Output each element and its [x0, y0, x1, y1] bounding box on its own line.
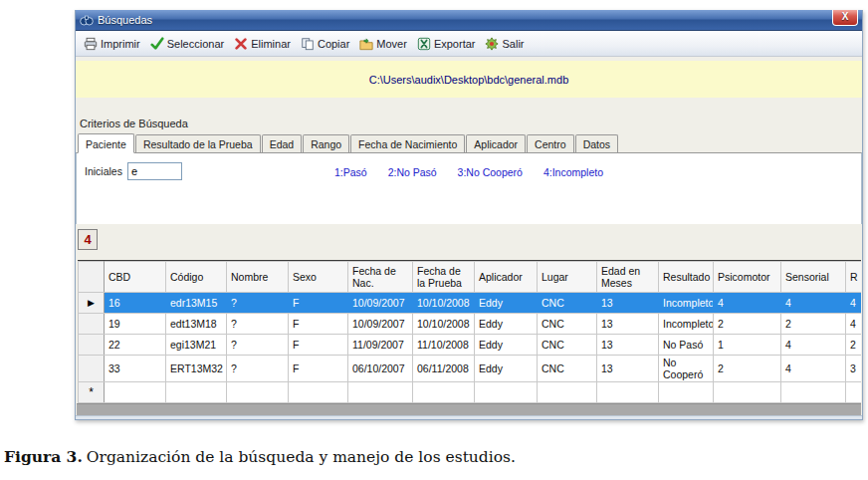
cell-empty[interactable]: [597, 382, 659, 403]
table-row[interactable]: 22 egi13M21 ? F 11/09/2007 11/10/2008 Ed…: [79, 335, 862, 356]
table-row[interactable]: ▶ 16 edr13M15 ? F 10/09/2007 10/10/2008 …: [79, 293, 862, 314]
col-header-r-cut[interactable]: R: [846, 262, 862, 293]
col-header-fecha-nac[interactable]: Fecha de Nac.: [348, 262, 413, 293]
cell-fecha-nac[interactable]: 10/09/2007: [348, 293, 413, 314]
cell-edad-meses[interactable]: 13: [597, 314, 659, 335]
cell-empty[interactable]: [659, 382, 714, 403]
cell-psicomotor[interactable]: 4: [714, 293, 781, 314]
row-marker-cell[interactable]: [79, 314, 105, 335]
cell-sexo[interactable]: F: [289, 314, 348, 335]
cell-r-cut[interactable]: 4: [846, 293, 862, 314]
cell-fecha-prueba[interactable]: 06/11/2008: [413, 356, 475, 382]
cell-empty[interactable]: [413, 382, 475, 403]
col-header-sexo[interactable]: Sexo: [289, 262, 348, 293]
cell-psicomotor[interactable]: 2: [714, 314, 781, 335]
seleccionar-button[interactable]: Seleccionar: [145, 35, 229, 53]
cell-sexo[interactable]: F: [289, 335, 348, 356]
tab-centro[interactable]: Centro: [527, 134, 574, 152]
cell-fecha-nac[interactable]: 06/10/2007: [348, 356, 413, 382]
tab-aplicador[interactable]: Aplicador: [466, 134, 526, 152]
cell-sensorial[interactable]: 2: [781, 314, 846, 335]
col-header-fecha-prueba[interactable]: Fecha de la Prueba: [413, 262, 475, 293]
col-header-nombre[interactable]: Nombre: [227, 262, 289, 293]
cell-psicomotor[interactable]: 1: [714, 335, 781, 356]
table-row[interactable]: 33 ERT13M32 ? F 06/10/2007 06/11/2008 Ed…: [79, 356, 862, 382]
cell-r-cut[interactable]: 4: [846, 314, 862, 335]
cell-lugar[interactable]: CNC: [538, 356, 597, 382]
cell-sensorial[interactable]: 4: [781, 293, 846, 314]
cell-resultado[interactable]: Incompleto: [659, 293, 714, 314]
salir-button[interactable]: Salir: [480, 35, 529, 53]
cell-sensorial[interactable]: 4: [781, 356, 846, 382]
cell-lugar[interactable]: CNC: [538, 314, 597, 335]
imprimir-button[interactable]: Imprimir: [79, 35, 145, 53]
col-header-codigo[interactable]: Código: [166, 262, 227, 293]
cell-resultado[interactable]: No Cooperó: [659, 356, 714, 382]
cell-nombre[interactable]: ?: [227, 314, 289, 335]
cell-nombre[interactable]: ?: [227, 356, 289, 382]
tab-fecha-de-nacimiento[interactable]: Fecha de Nacimiento: [350, 134, 465, 152]
cell-fecha-nac[interactable]: 10/09/2007: [348, 314, 413, 335]
col-header-psicomotor[interactable]: Psicomotor: [714, 262, 781, 293]
table-row[interactable]: 19 edt13M18 ? F 10/09/2007 10/10/2008 Ed…: [79, 314, 862, 335]
cell-codigo[interactable]: edt13M18: [166, 314, 227, 335]
titlebar[interactable]: Búsquedas X: [76, 10, 862, 31]
cell-fecha-prueba[interactable]: 11/10/2008: [413, 335, 475, 356]
cell-empty[interactable]: [348, 382, 413, 403]
col-header-resultado[interactable]: Resultado: [659, 262, 714, 293]
cell-empty[interactable]: [846, 382, 862, 403]
cell-codigo[interactable]: ERT13M32: [166, 356, 227, 382]
eliminar-button[interactable]: Eliminar: [229, 35, 296, 53]
cell-aplicador[interactable]: Eddy: [475, 356, 538, 382]
cell-fecha-prueba[interactable]: 10/10/2008: [413, 314, 475, 335]
tab-datos[interactable]: Datos: [575, 134, 618, 152]
cell-r-cut[interactable]: 3: [846, 356, 862, 382]
col-header-edad-meses[interactable]: Edad en Meses: [597, 262, 659, 293]
cell-empty[interactable]: [227, 382, 289, 403]
cell-fecha-prueba[interactable]: 10/10/2008: [413, 293, 475, 314]
tab-paciente[interactable]: Paciente: [78, 133, 134, 153]
cell-empty[interactable]: [289, 382, 348, 403]
cell-nombre[interactable]: ?: [227, 293, 289, 314]
cell-sexo[interactable]: F: [289, 356, 348, 382]
cell-codigo[interactable]: edr13M15: [166, 293, 227, 314]
new-row-marker-cell[interactable]: *: [79, 382, 105, 403]
col-header-lugar[interactable]: Lugar: [538, 262, 597, 293]
cell-cbd[interactable]: 22: [105, 335, 166, 356]
exportar-button[interactable]: Exportar: [412, 35, 481, 53]
cell-sexo[interactable]: F: [289, 293, 348, 314]
mover-button[interactable]: Mover: [354, 35, 412, 53]
cell-edad-meses[interactable]: 13: [597, 335, 659, 356]
cell-aplicador[interactable]: Eddy: [475, 293, 538, 314]
cell-lugar[interactable]: CNC: [538, 293, 597, 314]
row-selector-header[interactable]: [79, 262, 105, 293]
cell-aplicador[interactable]: Eddy: [475, 314, 538, 335]
copiar-button[interactable]: Copiar: [296, 35, 354, 53]
cell-aplicador[interactable]: Eddy: [475, 335, 538, 356]
new-record-row[interactable]: *: [79, 382, 862, 403]
grid-horizontal-scrollbar[interactable]: [77, 403, 861, 415]
row-marker-cell[interactable]: [79, 335, 105, 356]
cell-edad-meses[interactable]: 13: [597, 356, 659, 382]
col-header-cbd[interactable]: CBD: [105, 262, 166, 293]
cell-empty[interactable]: [538, 382, 597, 403]
close-button[interactable]: X: [832, 10, 858, 26]
tab-resultado-de-la-prueba[interactable]: Resultado de la Prueba: [135, 134, 261, 152]
cell-codigo[interactable]: egi13M21: [166, 335, 227, 356]
cell-empty[interactable]: [781, 382, 846, 403]
cell-resultado[interactable]: No Pasó: [659, 335, 714, 356]
cell-r-cut[interactable]: 2: [846, 335, 862, 356]
cell-lugar[interactable]: CNC: [538, 335, 597, 356]
cell-psicomotor[interactable]: 2: [714, 356, 781, 382]
cell-cbd[interactable]: 16: [105, 293, 166, 314]
cell-nombre[interactable]: ?: [227, 335, 289, 356]
cell-empty[interactable]: [714, 382, 781, 403]
tab-rango[interactable]: Rango: [303, 134, 349, 152]
col-header-aplicador[interactable]: Aplicador: [475, 262, 538, 293]
col-header-sensorial[interactable]: Sensorial: [781, 262, 846, 293]
cell-empty[interactable]: [166, 382, 227, 403]
row-marker-cell[interactable]: ▶: [79, 293, 105, 314]
cell-empty[interactable]: [475, 382, 538, 403]
cell-cbd[interactable]: 33: [105, 356, 166, 382]
cell-edad-meses[interactable]: 13: [597, 293, 659, 314]
